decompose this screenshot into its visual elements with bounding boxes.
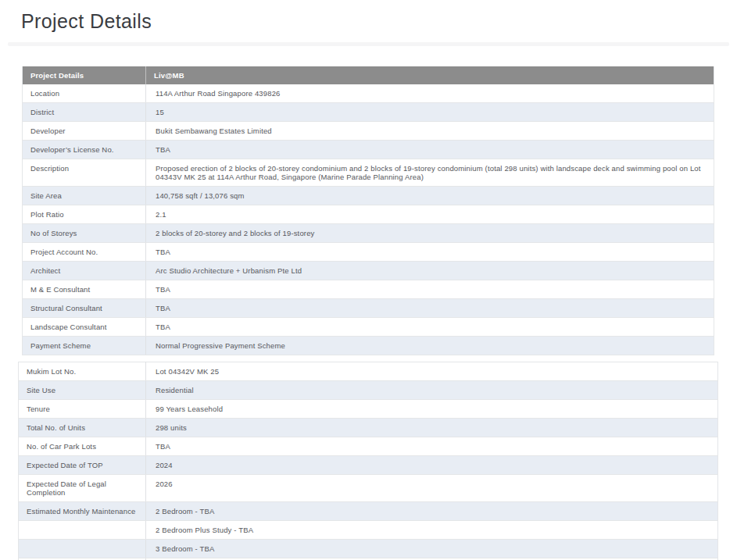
- row-label: [19, 540, 146, 558]
- header-col-project-name: Liv@MB: [146, 66, 714, 84]
- table-row: DescriptionProposed erection of 2 blocks…: [23, 159, 714, 187]
- row-value: 298 units: [146, 419, 718, 437]
- page: Project Details Project Details Liv@MB L…: [0, 10, 737, 560]
- row-value: Arc Studio Architecture + Urbanism Pte L…: [146, 262, 714, 280]
- table-row: District15: [23, 103, 714, 122]
- row-value: Lot 04342V MK 25: [146, 362, 718, 381]
- row-value: TBA: [146, 141, 714, 159]
- row-label: Total No. of Units: [19, 419, 146, 437]
- row-value: 2 blocks of 20-storey and 2 blocks of 19…: [146, 224, 714, 243]
- row-label: Developer: [23, 122, 146, 141]
- row-value: TBA: [146, 243, 714, 262]
- table-row: Project Account No.TBA: [23, 243, 714, 262]
- row-label: [19, 521, 146, 540]
- row-value: Normal Progressive Payment Scheme: [146, 337, 714, 355]
- row-label: Description: [23, 159, 146, 187]
- table-row: Mukim Lot No.Lot 04342V MK 25: [19, 362, 718, 381]
- table-row: No. of Car Park LotsTBA: [19, 437, 718, 456]
- table-row: Site Area140,758 sqft / 13,076 sqm: [23, 187, 714, 205]
- table-row: Estimated Monthly Maintenance2 Bedroom -…: [19, 502, 718, 521]
- table-row: Expected Date of TOP2024: [19, 456, 718, 475]
- project-details-table: Project Details Liv@MB Location114A Arth…: [22, 66, 714, 355]
- row-value: Residential: [146, 381, 718, 400]
- row-value: 99 Years Leasehold: [146, 400, 718, 419]
- row-label: No of Storeys: [23, 224, 146, 243]
- project-lot-details-table: Mukim Lot No.Lot 04342V MK 25Site UseRes…: [18, 362, 718, 560]
- row-value: 140,758 sqft / 13,076 sqm: [146, 187, 714, 205]
- page-title: Project Details: [21, 10, 737, 33]
- table-row: M & E ConsultantTBA: [23, 280, 714, 299]
- row-label: No. of Car Park Lots: [19, 437, 146, 456]
- table-row: 2 Bedroom Plus Study - TBA: [19, 521, 718, 540]
- row-value: TBA: [146, 437, 718, 456]
- row-label: Mukim Lot No.: [19, 362, 146, 381]
- row-value: TBA: [146, 299, 714, 318]
- row-value: 2026: [146, 475, 718, 502]
- row-value: Proposed erection of 2 blocks of 20-stor…: [146, 159, 714, 187]
- row-value: 2 Bedroom - TBA: [146, 502, 718, 521]
- row-label: Payment Scheme: [23, 337, 146, 355]
- row-value: 2.1: [146, 205, 714, 224]
- table-row: Payment SchemeNormal Progressive Payment…: [23, 337, 714, 355]
- row-label: Expected Date of TOP: [19, 456, 146, 475]
- row-value: TBA: [146, 318, 714, 337]
- row-label: Project Account No.: [23, 243, 146, 262]
- row-label: Tenure: [19, 400, 146, 419]
- table-row: Total No. of Units298 units: [19, 419, 718, 437]
- table-row: Plot Ratio2.1: [23, 205, 714, 224]
- table-row: Landscape ConsultantTBA: [23, 318, 714, 337]
- row-value: 114A Arthur Road Singapore 439826: [146, 84, 714, 103]
- table-row: DeveloperBukit Sembawang Estates Limited: [23, 122, 714, 141]
- row-label: Plot Ratio: [23, 205, 146, 224]
- row-label: Landscape Consultant: [23, 318, 146, 337]
- table-row: Structural ConsultantTBA: [23, 299, 714, 318]
- row-value: 15: [146, 103, 714, 122]
- row-label: Location: [23, 84, 146, 103]
- row-label: District: [23, 103, 146, 122]
- table-row: ArchitectArc Studio Architecture + Urban…: [23, 262, 714, 280]
- row-value: 2 Bedroom Plus Study - TBA: [146, 521, 718, 540]
- row-label: Estimated Monthly Maintenance: [19, 502, 146, 521]
- table-header-row: Project Details Liv@MB: [23, 66, 714, 84]
- header-col-project-details: Project Details: [23, 66, 146, 84]
- row-label: Site Use: [19, 381, 146, 400]
- row-value: 3 Bedroom - TBA: [146, 540, 718, 558]
- table-row: No of Storeys2 blocks of 20-storey and 2…: [23, 224, 714, 243]
- row-label: Site Area: [23, 187, 146, 205]
- row-value: TBA: [146, 280, 714, 299]
- row-label: Architect: [23, 262, 146, 280]
- section-divider: [8, 42, 729, 46]
- table-row: Site UseResidential: [19, 381, 718, 400]
- row-label: Developer’s License No.: [23, 141, 146, 159]
- table-row: 3 Bedroom - TBA: [19, 540, 718, 558]
- row-value: 2024: [146, 456, 718, 475]
- table-row: Expected Date of Legal Completion2026: [19, 475, 718, 502]
- table-row: Developer’s License No.TBA: [23, 141, 714, 159]
- row-label: Expected Date of Legal Completion: [19, 475, 146, 502]
- row-value: Bukit Sembawang Estates Limited: [146, 122, 714, 141]
- row-label: M & E Consultant: [23, 280, 146, 299]
- row-label: Structural Consultant: [23, 299, 146, 318]
- table-row: Tenure99 Years Leasehold: [19, 400, 718, 419]
- table-row: Location114A Arthur Road Singapore 43982…: [23, 84, 714, 103]
